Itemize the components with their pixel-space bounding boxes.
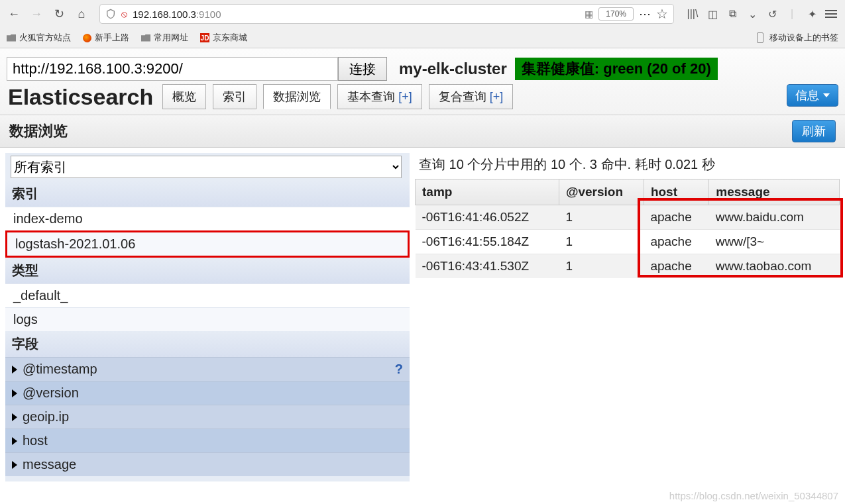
main-tabs: 概览 索引 数据浏览 基本查询 [+] 复合查询 [+] [162,84,513,109]
pocket-icon[interactable]: ⌄ [746,7,759,21]
index-item[interactable]: index-demo [5,207,410,230]
index-item[interactable]: logstash-2021.01.06 [5,230,410,258]
query-summary: 查询 10 个分片中用的 10 个. 3 命中. 耗时 0.021 秒 [415,153,840,176]
field-item[interactable]: host [5,428,410,452]
cluster-health-badge: 集群健康值: green (20 of 20) [515,58,718,80]
qr-icon[interactable]: ▦ [585,9,593,19]
section-label-index: 索引 [5,181,410,207]
field-item[interactable]: @version [5,381,410,405]
menu-button[interactable] [825,10,837,18]
subheader: 数据浏览 刷新 [0,115,845,148]
es-url-input[interactable] [7,57,338,81]
reload-button[interactable]: ↻ [49,4,69,24]
divider: | [785,7,799,21]
tab-basic-query[interactable]: 基本查询 [+] [337,84,422,109]
mobile-icon [757,32,763,43]
screenshot-icon[interactable]: ⧉ [726,7,739,21]
subheader-title: 数据浏览 [9,121,68,141]
library-icon[interactable]: |||\ [686,7,699,21]
home-button[interactable]: ⌂ [72,4,91,24]
cluster-name: my-elk-cluster [399,60,507,78]
tab-indices[interactable]: 索引 [213,84,256,109]
sidebar-icon[interactable]: ◫ [706,7,719,21]
elasticsearch-head-app: 连接 my-elk-cluster 集群健康值: green (20 of 20… [0,48,845,115]
section-label-type: 类型 [5,258,410,283]
bookmark-mobile[interactable]: 移动设备上的书签 [757,32,838,44]
table-row[interactable]: -06T16:41:55.184Z1apachewww/[3~ [416,230,840,254]
browser-chrome: ← → ↻ ⌂ ⦸ 192.168.100.3:9100 ▦ 170% ⋯ ☆ … [0,0,845,48]
type-item[interactable]: _default_ [5,283,410,307]
page-actions-icon[interactable]: ⋯ [639,7,651,21]
section-label-fields: 字段 [5,331,410,357]
triangle-right-icon [12,389,17,397]
left-panel: 所有索引 索引 index-demo logstash-2021.01.06 类… [5,153,410,481]
back-button[interactable]: ← [4,4,24,24]
triangle-right-icon [12,461,17,469]
triangle-right-icon [12,437,17,445]
tracking-off-icon: ⦸ [121,9,127,20]
right-panel: 查询 10 个分片中用的 10 个. 3 命中. 耗时 0.021 秒 tamp… [415,153,840,481]
col-version[interactable]: @version [559,179,644,205]
refresh-button[interactable]: 刷新 [792,120,836,142]
url-text: 192.168.100.3:9100 [133,9,579,20]
bookmark-getting-started[interactable]: 新手上路 [83,32,129,44]
history-icon[interactable]: ↺ [765,7,779,21]
info-button[interactable]: 信息 [787,84,838,107]
col-timestamp[interactable]: tamp [416,179,559,205]
url-bar[interactable]: ⦸ 192.168.100.3:9100 ▦ 170% ⋯ ☆ [99,4,674,24]
forward-button: → [27,4,46,24]
triangle-right-icon [12,413,17,421]
help-icon[interactable]: ? [395,362,403,377]
tab-compound-query[interactable]: 复合查询 [+] [429,84,514,109]
firefox-logo-icon [83,34,91,42]
extensions-icon[interactable]: ✦ [805,7,818,21]
triangle-right-icon [12,366,17,374]
col-message[interactable]: message [709,179,840,205]
field-item[interactable]: @timestamp? [5,357,410,381]
bookmark-jd[interactable]: JD京东商城 [200,32,247,44]
tab-overview[interactable]: 概览 [162,84,206,109]
col-host[interactable]: host [644,179,708,205]
field-item[interactable]: message [5,452,410,476]
index-select[interactable]: 所有索引 [11,156,402,178]
bookmarks-toolbar: 火狐官方站点 新手上路 常用网址 JD京东商城 移动设备上的书签 [0,28,845,48]
connect-button[interactable]: 连接 [338,57,387,81]
field-item[interactable]: geoip.ip [5,405,410,428]
shield-icon [105,9,116,19]
star-icon[interactable]: ☆ [656,6,668,22]
chevron-down-icon [823,93,830,97]
jd-logo-icon: JD [200,33,209,42]
results-table: tamp @version host message -06T16:41:46.… [415,179,840,278]
bookmark-firefox-official[interactable]: 火狐官方站点 [7,32,71,44]
bookmark-common-sites[interactable]: 常用网址 [141,32,188,44]
type-item[interactable]: logs [5,307,410,331]
table-row[interactable]: -06T16:41:46.052Z1apachewww.baidu.com [416,205,840,230]
zoom-indicator[interactable]: 170% [598,7,634,21]
app-title: Elasticsearch [7,84,154,110]
table-row[interactable]: -06T16:43:41.530Z1apachewww.taobao.com [416,254,840,279]
tab-browse[interactable]: 数据浏览 [263,84,331,109]
